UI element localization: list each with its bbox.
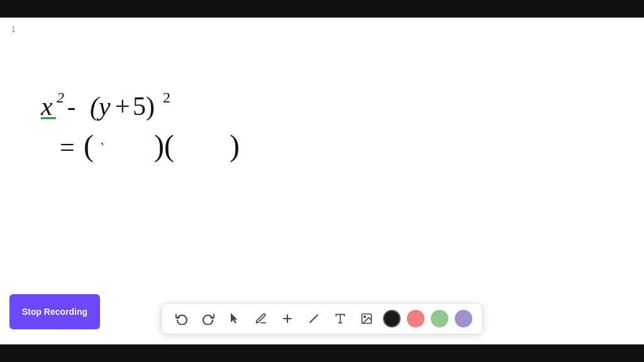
top-bar (0, 0, 644, 18)
stop-recording-button[interactable]: Stop Recording (9, 294, 100, 329)
color-purple[interactable] (455, 310, 472, 327)
color-black[interactable] (383, 310, 401, 327)
line-tool-button[interactable] (304, 309, 324, 329)
page-number: 1 (11, 25, 16, 34)
svg-text:x: x (40, 92, 53, 121)
svg-text:)(: )( (154, 129, 174, 163)
svg-text:-: - (67, 92, 75, 121)
select-tool-button[interactable] (225, 309, 245, 329)
toolbar (161, 303, 483, 334)
svg-text:ˋ: ˋ (97, 141, 104, 155)
redo-button[interactable] (198, 309, 218, 329)
svg-text:2: 2 (57, 89, 64, 106)
image-tool-button[interactable] (357, 309, 377, 329)
svg-text:): ) (230, 129, 240, 163)
svg-text:5): 5) (133, 92, 155, 121)
math-content: x 2 - (y + 5) 2 = ( ˋ )( ) (35, 74, 336, 200)
pen-tool-button[interactable] (251, 309, 271, 329)
add-button[interactable] (277, 309, 297, 329)
text-tool-button[interactable] (330, 309, 350, 329)
svg-line-15 (310, 315, 318, 322)
bottom-bar (0, 344, 644, 362)
svg-text:(y: (y (90, 92, 111, 121)
color-pink[interactable] (407, 310, 425, 327)
svg-text:2: 2 (163, 89, 170, 106)
svg-text:=: = (60, 133, 75, 162)
svg-point-19 (364, 316, 366, 318)
svg-text:(: ( (84, 129, 94, 163)
undo-button[interactable] (172, 309, 192, 329)
svg-text:+: + (115, 92, 130, 121)
color-green[interactable] (431, 310, 448, 327)
